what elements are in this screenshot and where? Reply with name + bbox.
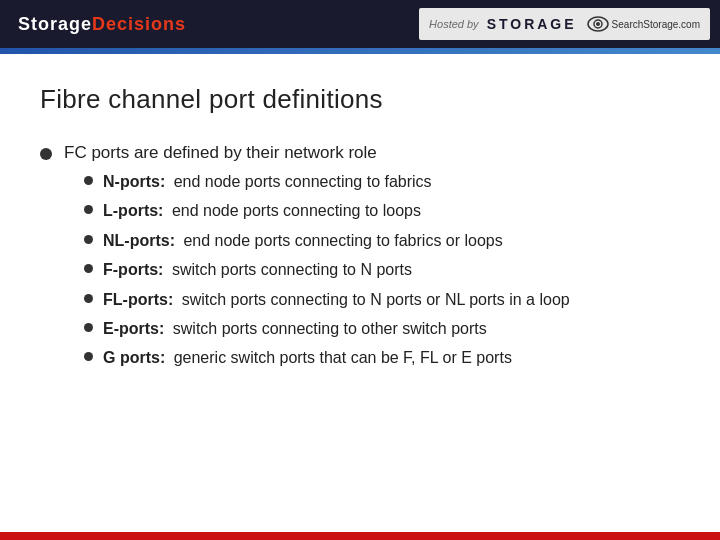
sub-item-text: E-ports: switch ports connecting to othe… xyxy=(103,318,487,340)
sub-item-label: N-ports: xyxy=(103,173,165,190)
sub-bullet-dot xyxy=(84,323,93,332)
list-item: E-ports: switch ports connecting to othe… xyxy=(84,318,570,340)
storage-brand-text: STORAGE xyxy=(487,16,577,32)
sub-item-label: FL-ports: xyxy=(103,291,173,308)
bullet-dot-main xyxy=(40,148,52,160)
list-item: L-ports: end node ports connecting to lo… xyxy=(84,200,570,222)
eye-icon xyxy=(587,16,609,32)
sub-item-label: NL-ports: xyxy=(103,232,175,249)
main-bullet-text: FC ports are defined by their network ro… xyxy=(64,143,377,162)
main-bullet-content: FC ports are defined by their network ro… xyxy=(64,143,570,377)
hosted-by-text: Hosted by xyxy=(429,18,479,30)
sub-bullet-list: N-ports: end node ports connecting to fa… xyxy=(64,171,570,370)
sub-item-text: G ports: generic switch ports that can b… xyxy=(103,347,512,369)
bottom-bar xyxy=(0,532,720,540)
sub-bullet-dot xyxy=(84,176,93,185)
sub-item-text: L-ports: end node ports connecting to lo… xyxy=(103,200,421,222)
search-storage-logo: SearchStorage.com xyxy=(587,16,700,32)
sub-bullet-dot xyxy=(84,294,93,303)
main-content: Fibre channel port definitions FC ports … xyxy=(0,54,720,403)
list-item: N-ports: end node ports connecting to fa… xyxy=(84,171,570,193)
sub-item-text: FL-ports: switch ports connecting to N p… xyxy=(103,289,570,311)
sub-item-label: E-ports: xyxy=(103,320,164,337)
page-title: Fibre channel port definitions xyxy=(40,84,680,115)
sub-bullet-dot xyxy=(84,205,93,214)
search-storage-text: SearchStorage.com xyxy=(612,19,700,30)
logo-storage: Storage xyxy=(18,14,92,35)
list-item: F-ports: switch ports connecting to N po… xyxy=(84,259,570,281)
hosted-area: Hosted by STORAGE SearchStorage.com xyxy=(419,8,710,40)
logo-decisions: Decisions xyxy=(92,14,186,35)
sub-item-label: G ports: xyxy=(103,349,165,366)
sub-bullet-dot xyxy=(84,264,93,273)
logo-area: StorageDecisions xyxy=(10,10,194,39)
sub-item-text: NL-ports: end node ports connecting to f… xyxy=(103,230,503,252)
sub-bullet-dot xyxy=(84,352,93,361)
header: StorageDecisions Hosted by STORAGE Searc… xyxy=(0,0,720,48)
sub-item-text: F-ports: switch ports connecting to N po… xyxy=(103,259,412,281)
list-item: NL-ports: end node ports connecting to f… xyxy=(84,230,570,252)
main-bullet-list: FC ports are defined by their network ro… xyxy=(40,143,680,377)
sub-item-label: F-ports: xyxy=(103,261,163,278)
list-item: G ports: generic switch ports that can b… xyxy=(84,347,570,369)
svg-point-2 xyxy=(596,22,600,26)
list-item-main: FC ports are defined by their network ro… xyxy=(40,143,680,377)
list-item: FL-ports: switch ports connecting to N p… xyxy=(84,289,570,311)
sub-bullet-dot xyxy=(84,235,93,244)
sub-item-text: N-ports: end node ports connecting to fa… xyxy=(103,171,432,193)
sub-item-label: L-ports: xyxy=(103,202,163,219)
